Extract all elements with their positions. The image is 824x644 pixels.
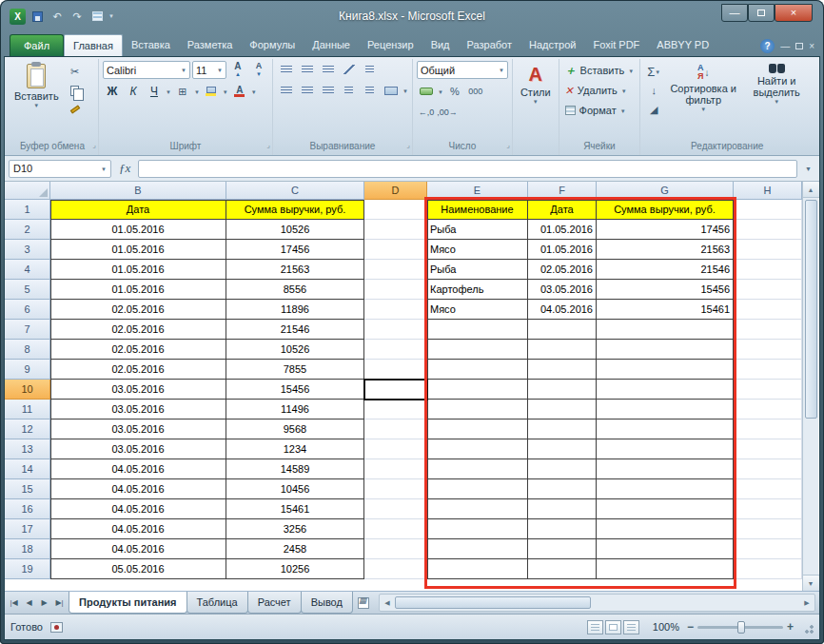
align-middle-button[interactable] <box>298 61 317 78</box>
cell-H15[interactable] <box>734 479 802 499</box>
sheet-nav-next[interactable]: ▶ <box>37 598 51 607</box>
ribbon-tab-Вставка[interactable]: Вставка <box>123 34 179 56</box>
cell-F8[interactable] <box>528 340 597 360</box>
row-header-9[interactable]: 9 <box>5 360 50 380</box>
help-icon[interactable]: ? <box>760 39 775 53</box>
cell-G6[interactable]: 15461 <box>597 300 734 320</box>
cell-F14[interactable] <box>528 459 597 479</box>
workbook-restore-button[interactable] <box>795 43 803 49</box>
cell-B10[interactable]: 03.05.2016 <box>50 380 226 400</box>
cell-E11[interactable] <box>427 400 528 420</box>
row-header-4[interactable]: 4 <box>5 260 50 280</box>
row-header-16[interactable]: 16 <box>5 499 50 519</box>
cell-G2[interactable]: 17456 <box>597 220 734 240</box>
cell-D19[interactable] <box>364 559 427 579</box>
cell-D10[interactable] <box>364 380 427 400</box>
cell-H12[interactable] <box>734 420 802 439</box>
cell-F11[interactable] <box>528 400 597 420</box>
cell-C1[interactable]: Сумма выручки, руб. <box>226 200 364 220</box>
name-box[interactable]: D10 <box>9 160 111 178</box>
cell-E8[interactable] <box>427 340 528 360</box>
dialog-launcher-icon[interactable]: ⌟ <box>406 139 410 152</box>
qat-grid-button[interactable] <box>88 9 106 25</box>
cell-H10[interactable] <box>734 380 802 400</box>
cell-D7[interactable] <box>364 320 427 340</box>
cell-D2[interactable] <box>364 220 427 240</box>
row-header-14[interactable]: 14 <box>5 459 50 479</box>
cell-D4[interactable] <box>364 260 427 280</box>
align-center-button[interactable] <box>298 82 317 99</box>
ribbon-tab-Данные[interactable]: Данные <box>304 34 359 56</box>
cell-H7[interactable] <box>734 320 802 340</box>
paste-button[interactable]: Вставить <box>10 61 63 140</box>
dialog-launcher-icon[interactable]: ⌟ <box>92 139 96 152</box>
italic-button[interactable]: К <box>124 83 143 100</box>
cell-D17[interactable] <box>364 519 427 539</box>
wrap-text-button[interactable] <box>361 61 380 78</box>
macro-record-icon[interactable] <box>50 622 63 633</box>
cell-G18[interactable] <box>597 539 734 559</box>
cell-G11[interactable] <box>597 400 734 420</box>
grow-font-button[interactable]: А▲ <box>228 62 247 79</box>
accounting-format-button[interactable] <box>417 83 436 100</box>
cell-B8[interactable]: 02.05.2016 <box>50 340 226 360</box>
cell-F5[interactable]: 03.05.2016 <box>528 280 597 300</box>
insert-function-button[interactable]: ƒx <box>115 161 134 176</box>
cell-H6[interactable] <box>734 300 802 320</box>
ribbon-tab-ABBYY PD[interactable]: ABBYY PD <box>648 34 717 56</box>
cell-E13[interactable] <box>427 439 528 459</box>
cell-C10[interactable]: 15456 <box>226 380 364 400</box>
cell-D13[interactable] <box>364 439 427 459</box>
cell-C2[interactable]: 10526 <box>226 220 364 240</box>
cell-E9[interactable] <box>427 360 528 380</box>
ribbon-tab-Рецензир[interactable]: Рецензир <box>359 34 422 56</box>
ribbon-tab-Надстрой[interactable]: Надстрой <box>520 34 584 56</box>
cell-C11[interactable]: 11496 <box>226 400 364 420</box>
cell-F2[interactable]: 01.05.2016 <box>528 220 597 240</box>
cell-B4[interactable]: 01.05.2016 <box>50 260 226 280</box>
ribbon-tab-Формулы[interactable]: Формулы <box>241 34 304 56</box>
cell-G1[interactable]: Сумма выручки, руб. <box>597 200 734 220</box>
row-header-3[interactable]: 3 <box>5 240 50 260</box>
copy-button[interactable] <box>66 82 85 99</box>
cell-G14[interactable] <box>597 459 734 479</box>
shrink-font-button[interactable]: А▼ <box>249 62 268 79</box>
cell-C18[interactable]: 2458 <box>226 539 364 559</box>
borders-button[interactable]: ⊞ <box>173 83 192 100</box>
cell-B7[interactable]: 02.05.2016 <box>50 320 226 340</box>
column-header-B[interactable]: B <box>50 182 226 200</box>
underline-dropdown-icon[interactable] <box>166 89 171 95</box>
normal-view-button[interactable] <box>587 620 603 634</box>
insert-cells-button[interactable]: ＋ Вставить <box>563 61 637 80</box>
format-cells-button[interactable]: Формат <box>563 101 637 120</box>
cell-E4[interactable]: Рыба <box>427 260 528 280</box>
page-break-view-button[interactable] <box>623 620 639 634</box>
cell-C5[interactable]: 8556 <box>226 280 364 300</box>
undo-button[interactable]: ↶ <box>49 9 66 25</box>
cell-B11[interactable]: 03.05.2016 <box>50 400 226 420</box>
cell-E15[interactable] <box>427 479 528 499</box>
align-bottom-button[interactable] <box>319 61 338 78</box>
cell-H18[interactable] <box>734 539 802 559</box>
cell-F9[interactable] <box>528 360 597 380</box>
cell-B18[interactable]: 04.05.2016 <box>50 539 226 559</box>
cell-C4[interactable]: 21563 <box>226 260 364 280</box>
cell-E18[interactable] <box>427 539 528 559</box>
cell-H13[interactable] <box>734 439 802 459</box>
workbook-close-button[interactable]: × <box>809 41 814 51</box>
comma-style-button[interactable]: 000 <box>466 83 485 100</box>
cell-B17[interactable]: 04.05.2016 <box>50 519 226 539</box>
row-header-11[interactable]: 11 <box>5 400 50 420</box>
merge-center-dropdown-icon[interactable] <box>402 88 408 94</box>
cell-H1[interactable] <box>734 200 802 220</box>
sheet-nav-prev[interactable]: ◀ <box>22 598 36 607</box>
decrease-decimal-button[interactable]: ,00→ <box>438 104 457 121</box>
font-family-select[interactable]: Calibri <box>103 61 190 79</box>
delete-cells-button[interactable]: ✕ Удалить <box>563 81 637 100</box>
find-select-button[interactable]: Найти и выделить <box>743 61 810 140</box>
cell-F1[interactable]: Дата <box>528 200 597 220</box>
zoom-thumb[interactable] <box>737 621 745 634</box>
orientation-button[interactable] <box>340 61 359 78</box>
cell-F7[interactable] <box>528 320 597 340</box>
cell-E6[interactable]: Мясо <box>427 300 528 320</box>
